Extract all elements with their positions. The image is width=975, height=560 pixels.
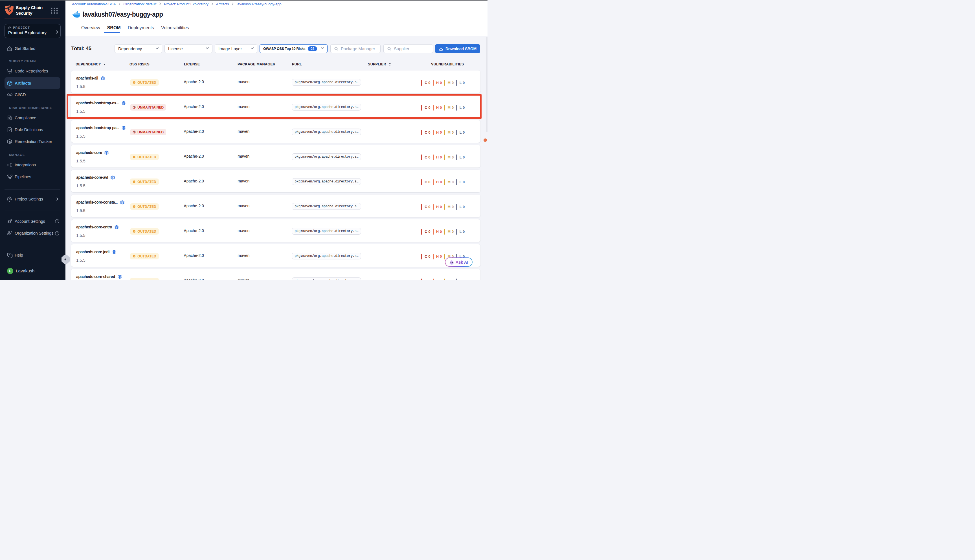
svg-text:?: ?: [9, 253, 10, 256]
